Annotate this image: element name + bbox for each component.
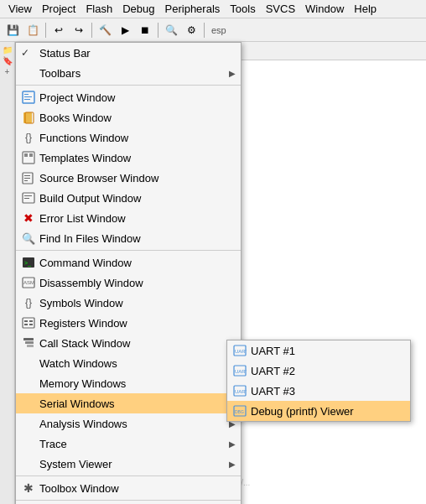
toolbar-btn-5[interactable]: 🔨: [96, 21, 114, 39]
debug-printf-label: Debug (printf) Viewer: [251, 405, 354, 418]
sidebar-icon-3[interactable]: +: [5, 67, 10, 76]
toolbar: 💾 📋 ↩ ↪ 🔨 ▶ ⏹ 🔍 ⚙ esp: [0, 18, 426, 42]
disassembly-label: Disassembly Window: [39, 277, 143, 289]
separator-3: [16, 475, 241, 476]
menu-item-source-browser[interactable]: Source Browser Window: [16, 168, 241, 188]
menu-window[interactable]: Window: [300, 1, 349, 17]
trace-label: Trace: [39, 438, 67, 450]
error-list-icon: ✖: [21, 210, 36, 226]
submenu-uart2[interactable]: UART UART #2: [227, 361, 410, 381]
menu-item-status-bar[interactable]: ✓ Status Bar: [16, 43, 241, 63]
menu-item-books-window[interactable]: Books Window: [16, 107, 241, 127]
find-in-files-label: Find In Files Window: [39, 232, 141, 245]
source-browser-label: Source Browser Window: [39, 172, 158, 184]
menu-item-command-window[interactable]: >_ Command Window: [16, 252, 241, 273]
functions-window-label: Functions Window: [39, 132, 128, 144]
command-window-label: Command Window: [39, 257, 132, 269]
svg-rect-3: [24, 99, 30, 100]
serial-submenu: UART UART #1 UART UART #2 UART UART #3 D…: [226, 340, 411, 422]
toolbar-sep-4: [204, 23, 205, 38]
menu-item-toolbars[interactable]: Toolbars ▶: [16, 63, 241, 83]
svg-text:DBG: DBG: [235, 409, 244, 414]
menu-item-functions-window[interactable]: {} Functions Window: [16, 127, 241, 148]
svg-rect-26: [25, 341, 34, 344]
separator-2: [16, 250, 241, 251]
toolbar-btn-4[interactable]: ↪: [70, 21, 88, 39]
build-output-label: Build Output Window: [39, 192, 141, 205]
menu-tools[interactable]: Tools: [225, 1, 260, 17]
submenu-debug-printf[interactable]: DBG Debug (printf) Viewer: [227, 401, 410, 421]
menu-help[interactable]: Help: [349, 1, 382, 17]
toolbox-icon: ✱: [21, 481, 36, 496]
svg-rect-25: [23, 338, 34, 340]
toolbox-label: Toolbox Window: [39, 482, 119, 495]
svg-text:UART: UART: [235, 369, 247, 374]
toolbar-btn-9[interactable]: ⚙: [182, 21, 200, 39]
svg-rect-10: [24, 175, 30, 176]
svg-rect-7: [24, 153, 28, 157]
toolbar-btn-7[interactable]: ⏹: [136, 21, 154, 39]
submenu-uart1[interactable]: UART UART #1: [227, 340, 410, 361]
menu-svcs[interactable]: SVCS: [261, 1, 300, 17]
svg-text:UART: UART: [235, 389, 247, 394]
books-window-icon: [21, 110, 36, 125]
uart3-icon: UART: [232, 383, 247, 398]
uart3-label: UART #3: [251, 385, 295, 397]
toolbar-btn-6[interactable]: ▶: [116, 21, 134, 39]
debug-printf-icon: DBG: [232, 403, 247, 418]
menu-item-symbols[interactable]: {} Symbols Window: [16, 293, 241, 313]
main-area: 📁 🔖 + ✓ Status Bar Toolbars ▶ Project Wi…: [0, 42, 426, 504]
menu-view[interactable]: View: [3, 1, 37, 17]
toolbar-btn-3[interactable]: ↩: [49, 21, 68, 39]
system-viewer-arrow: ▶: [229, 460, 236, 469]
svg-text:ASM: ASM: [23, 280, 34, 285]
svg-rect-20: [23, 318, 34, 328]
svg-rect-11: [24, 178, 30, 179]
source-browser-icon: [21, 170, 36, 185]
menu-item-build-output[interactable]: Build Output Window: [16, 188, 241, 208]
menu-project[interactable]: Project: [37, 1, 81, 17]
svg-rect-12: [24, 180, 28, 181]
sidebar-icon-2[interactable]: 🔖: [3, 56, 13, 65]
menu-debug[interactable]: Debug: [117, 1, 159, 17]
call-stack-label: Call Stack Window: [39, 337, 130, 350]
sidebar-left: 📁 🔖 +: [0, 42, 15, 504]
menu-item-project-window[interactable]: Project Window: [16, 87, 241, 107]
svg-rect-1: [24, 94, 29, 95]
templates-window-label: Templates Window: [39, 152, 131, 164]
menu-item-registers[interactable]: Registers Window: [16, 313, 241, 333]
svg-rect-23: [24, 324, 28, 325]
menu-item-watch-windows[interactable]: Watch Windows ▶: [16, 353, 241, 373]
watch-windows-label: Watch Windows: [39, 357, 117, 370]
menu-peripherals[interactable]: Peripherals: [160, 1, 226, 17]
menu-item-error-list[interactable]: ✖ Error List Window: [16, 208, 241, 228]
menu-item-disassembly[interactable]: ASM Disassembly Window: [16, 273, 241, 293]
submenu-uart3[interactable]: UART UART #3: [227, 381, 410, 401]
toolbar-btn-1[interactable]: 💾: [3, 21, 22, 39]
svg-rect-24: [29, 324, 33, 325]
toolbars-label: Toolbars: [39, 67, 81, 80]
functions-window-icon: {}: [21, 130, 36, 145]
toolbar-btn-8[interactable]: 🔍: [162, 21, 180, 39]
menu-item-templates-window[interactable]: Templates Window: [16, 148, 241, 168]
menu-item-memory-windows[interactable]: Memory Windows ▶: [16, 373, 241, 393]
sidebar-icon-1[interactable]: 📁: [3, 45, 13, 55]
toolbar-btn-2[interactable]: 📋: [23, 21, 42, 39]
menu-item-toolbox[interactable]: ✱ Toolbox Window: [16, 478, 241, 498]
command-window-icon: >_: [21, 255, 36, 270]
menu-item-system-viewer[interactable]: System Viewer ▶: [16, 454, 241, 474]
menu-item-find-in-files[interactable]: 🔍 Find In Files Window: [16, 228, 241, 248]
menu-flash[interactable]: Flash: [81, 1, 117, 17]
svg-rect-8: [29, 153, 33, 157]
uart2-label: UART #2: [251, 365, 295, 377]
menu-item-serial-windows[interactable]: Serial Windows ▶: [16, 393, 241, 413]
menu-item-call-stack[interactable]: Call Stack Window: [16, 333, 241, 353]
svg-text:>_: >_: [24, 260, 31, 267]
menu-item-trace[interactable]: Trace ▶: [16, 434, 241, 454]
menu-item-analysis-windows[interactable]: Analysis Windows ▶: [16, 413, 241, 434]
registers-icon: [21, 315, 36, 330]
separator-1: [16, 85, 241, 86]
find-in-files-icon: 🔍: [21, 231, 36, 246]
build-output-icon: [21, 190, 36, 205]
project-window-label: Project Window: [39, 91, 115, 104]
